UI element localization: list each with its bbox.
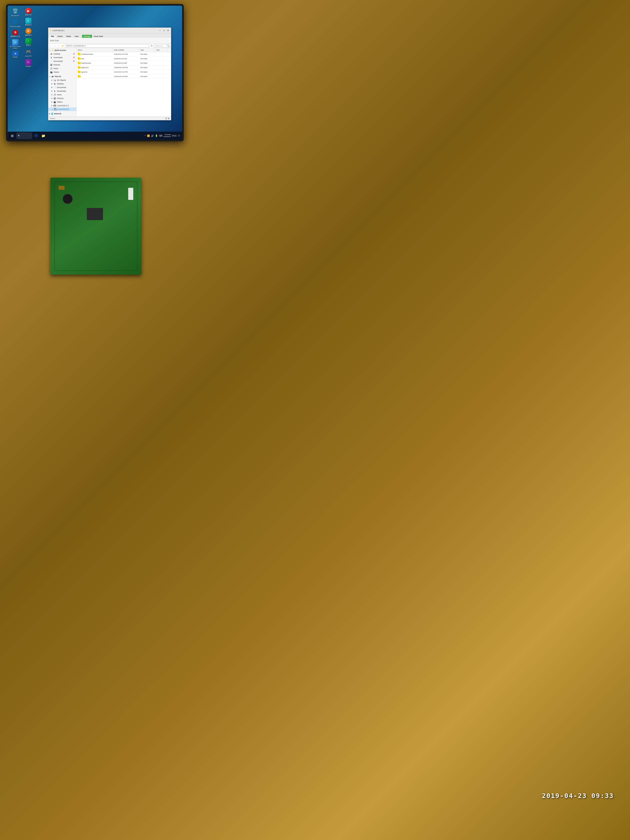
2345weather-label: 2345天气 <box>25 55 32 57</box>
iqiyi-label: 爱奇艺 <box>26 45 31 46</box>
network-section: ▶ 🌐 Network <box>48 112 76 116</box>
tray-network[interactable]: 📶 <box>147 134 150 137</box>
sidebar-item-pc-videos[interactable]: ▶ 🎬 Videos <box>48 100 76 104</box>
pcb-main-chip <box>87 208 103 220</box>
tray-chevron[interactable]: ^ <box>145 134 145 137</box>
sidebar-item-local-d[interactable]: ▼ 💾 Local Disk (D:) <box>48 107 76 111</box>
3dobjects-expand: ▶ <box>52 79 52 81</box>
pc-desktop-expand: ▶ <box>52 83 52 85</box>
col-name-header[interactable]: Name <box>77 48 113 52</box>
pc-pictures-label: Pictures <box>57 97 63 99</box>
file-row-0[interactable]: 2345Downloads 3/18/2019 4:47 PM File fol… <box>77 52 171 57</box>
tray-lang[interactable]: ENG <box>172 134 177 137</box>
kuwo-music-icon[interactable]: K 酷狗音乐 <box>23 18 34 26</box>
sidebar-item-pc-documents[interactable]: ▶ 📄 Documents <box>48 85 76 89</box>
refresh-button[interactable]: ↻ <box>150 44 153 47</box>
sidebar-item-documents[interactable]: 📄 Documents 📌 <box>48 59 76 63</box>
folder-button[interactable]: 📁 <box>61 44 65 47</box>
iqiyi-icon[interactable]: i 爱奇艺 <box>23 38 34 46</box>
explorer-body: ▼ ⚡ Quick access 🖥 Desktop 📌 ⬇ Downloads <box>48 48 171 117</box>
display-label: Display <box>13 56 18 58</box>
tab-file[interactable]: File <box>49 35 56 38</box>
51icon[interactable]: 51 51EeEE <box>23 59 34 67</box>
close-button[interactable]: ✕ <box>166 29 170 32</box>
display-icon[interactable]: 🖥 Display <box>10 51 21 58</box>
file-row-2[interactable]: KwDownload 4/3/2019 8:21 AM File folder <box>77 61 171 65</box>
sidebar-item-downloads[interactable]: ⬇ Downloads 📌 <box>48 56 76 59</box>
sidebar-item-music[interactable]: 🎵 Music <box>48 66 76 70</box>
this-pc-header[interactable]: ▼ 💻 This PC <box>48 75 76 78</box>
file-explorer-window: 📁 Local Disk (D:) ─ □ ✕ File Home Share … <box>48 27 171 120</box>
sidebar-item-pc-pictures[interactable]: ▶ 🖼 Pictures <box>48 96 76 100</box>
tray-keyboard[interactable]: ⌨ <box>159 134 163 137</box>
sidebar-item-pictures[interactable]: 🖼 Pictures <box>48 63 76 66</box>
media-player-icon[interactable]: ▶ 影视大全 <box>23 8 34 16</box>
antivirus-image: 毒 <box>13 30 18 35</box>
app2345-icon[interactable]: 驱 酷我音乐 <box>23 28 34 36</box>
local-c-expand: ▶ <box>52 105 52 106</box>
sidebar-item-videos[interactable]: 🎬 Videos <box>48 70 76 74</box>
sidebar-item-pc-music[interactable]: ▶ 🎵 Music <box>48 93 76 96</box>
downloads-folder-icon: ⬇ <box>50 56 53 59</box>
file-name-2: KwDownload <box>77 62 113 64</box>
file-row-4[interactable]: qycache 3/11/2019 2:12 PM File folder <box>77 70 171 74</box>
sidebar-item-desktop[interactable]: 🖥 Desktop 📌 <box>48 52 76 56</box>
col-date-header[interactable]: Date modified <box>113 48 139 52</box>
file-date-0: 3/18/2019 4:47 PM <box>113 53 139 55</box>
2345weather-icon[interactable]: 🎮 2345天气 <box>23 48 34 57</box>
pin-icon: 📌 <box>73 53 75 55</box>
tab-view[interactable]: View <box>73 35 81 38</box>
3dobjects-icon: 🎲 <box>53 79 56 82</box>
up-button[interactable]: ↑ <box>57 44 60 47</box>
back-button[interactable]: ← <box>49 44 52 47</box>
tab-share[interactable]: Share <box>65 35 73 38</box>
col-type-header[interactable]: Type <box>139 48 155 52</box>
tab-manage[interactable]: Manage <box>82 35 92 38</box>
edge-icon[interactable]: ⓔ Microsoft Edge <box>10 19 21 27</box>
file-row-3[interactable]: MyDrivers 3/18/2019 4:45 PM File folder <box>77 65 171 70</box>
tray-volume[interactable]: 🔊 <box>151 134 154 137</box>
maximize-button[interactable]: □ <box>162 29 166 32</box>
antivirus-label: 毒霸网址大全 <box>11 36 20 37</box>
title-bar-text: Local Disk (D:) <box>52 30 65 32</box>
recycle-bin-icon[interactable]: 🗑️ Recycle Bin <box>10 8 21 17</box>
tray-notification[interactable]: 🗨 <box>178 134 180 137</box>
tab-home[interactable]: Home <box>56 35 65 38</box>
quick-access-header[interactable]: ▼ ⚡ Quick access <box>48 49 76 52</box>
3dvision-icon[interactable]: 3D 3D Vision Photo Viewer <box>10 39 21 49</box>
file-row-5[interactable]: 4/23/2019 9:25 AM File folder <box>77 74 171 79</box>
list-view-btn[interactable]: ☰ <box>165 117 167 120</box>
network-header[interactable]: ▶ 🌐 Network <box>48 112 76 115</box>
sidebar-item-pc-downloads[interactable]: ▶ ⬇ Downloads <box>48 89 76 93</box>
sidebar-item-3dobjects[interactable]: ▶ 🎲 3D Objects <box>48 78 76 82</box>
desktop-icons-col2: ▶ 影视大全 K 酷狗音乐 驱 酷我音乐 i 爱奇艺 🎮 2345天气 51 5… <box>23 8 34 68</box>
tab-drive-tools[interactable]: Drive Tools <box>92 35 104 38</box>
pc-videos-label: Videos <box>57 101 62 103</box>
folder-icon-2 <box>78 62 81 64</box>
search-icon[interactable]: 🔍 <box>167 45 169 47</box>
file-date-1: 4/3/2019 8:21 AM <box>113 58 139 60</box>
view-buttons: ☰ ⊞ <box>165 117 169 120</box>
this-pc-icon: 💻 <box>51 75 54 78</box>
sidebar-item-pc-desktop[interactable]: ▶ 🖥 Desktop <box>48 82 76 85</box>
search-box[interactable]: Search Lo... 🔍 <box>154 44 170 47</box>
local-c-label: Local Disk (C:) <box>57 104 69 107</box>
minimize-button[interactable]: ─ <box>158 29 162 32</box>
pc-pictures-icon: 🖼 <box>53 97 56 100</box>
col-size-header[interactable]: Size <box>155 48 167 52</box>
folder-icon-4 <box>78 71 81 73</box>
search-placeholder: Search Lo... <box>155 45 164 47</box>
address-path[interactable]: This PC > Local Disk (D:) > <box>65 44 149 47</box>
forward-button[interactable]: → <box>53 44 56 47</box>
tray-battery[interactable]: 🔋 <box>155 134 158 137</box>
file-row-1[interactable]: edp 4/3/2019 8:21 AM File folder <box>77 57 171 61</box>
grid-view-btn[interactable]: ⊞ <box>168 117 169 120</box>
documents-label: Documents <box>54 60 63 62</box>
iqiyi-image: i <box>25 38 32 44</box>
title-bar-left: 📁 Local Disk (D:) <box>49 30 65 32</box>
search-icon-taskbar: 🔍 <box>18 135 20 137</box>
pc-music-icon: 🎵 <box>53 93 56 96</box>
sidebar-item-local-c[interactable]: ▶ 💾 Local Disk (C:) <box>48 104 76 107</box>
antivirus-icon[interactable]: 毒 毒霸网址大全 <box>10 30 21 37</box>
quick-access-expand: ▼ <box>49 50 51 51</box>
